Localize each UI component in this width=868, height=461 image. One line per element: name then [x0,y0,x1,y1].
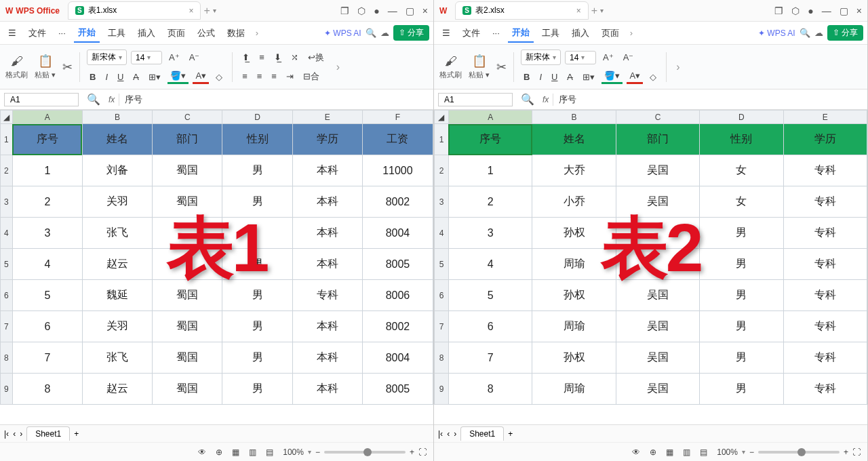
data-cell[interactable]: 周瑜 [532,374,616,405]
data-cell[interactable]: 男 [700,311,783,342]
corner-cell[interactable]: ◢ [435,111,449,124]
row-header[interactable]: 9 [1,374,13,405]
data-cell[interactable]: 本科 [292,342,362,374]
zoom-control[interactable]: 100%▾ − + ⛶ [283,447,427,457]
eye-icon[interactable]: 👁 [632,447,640,457]
data-cell[interactable]: 4 [448,249,532,280]
bold-button[interactable]: B [87,71,98,83]
data-cell[interactable]: 男 [222,342,292,374]
data-cell[interactable]: 魏延 [82,280,152,311]
data-cell[interactable]: 专科 [783,186,867,218]
fx-label[interactable]: fx [108,95,115,104]
col-header[interactable]: A [12,111,82,124]
font-grow-icon[interactable]: A⁺ [166,51,182,64]
menu-start[interactable]: 开始 [508,24,534,43]
wps-ai-button[interactable]: ✦ WPS AI [758,28,795,38]
data-cell[interactable]: 蜀国 [153,374,222,405]
data-cell[interactable]: 本科 [292,311,362,342]
data-cell[interactable]: 男 [700,342,783,374]
add-sheet-button[interactable]: + [508,429,513,439]
formula-value[interactable]: 序号 [119,94,142,106]
data-cell[interactable]: 吴国 [616,342,699,374]
data-cell[interactable]: 6 [448,311,532,342]
cube-icon[interactable]: ⬡ [357,5,366,16]
header-cell[interactable]: 姓名 [532,124,616,155]
data-cell[interactable]: 孙权 [532,342,616,374]
data-cell[interactable]: 赵云 [82,374,152,405]
data-cell[interactable]: 小乔 [532,186,616,218]
add-sheet-button[interactable]: + [74,429,79,439]
italic-button[interactable]: I [536,71,545,83]
row-header[interactable]: 4 [1,218,13,249]
corner-cell[interactable]: ◢ [1,111,13,124]
focus-icon[interactable]: ⊕ [216,447,222,457]
col-header[interactable]: E [783,111,867,124]
sheet-first-icon[interactable]: |‹ [438,429,443,439]
close-tab-icon[interactable]: × [189,6,193,16]
font-size-select[interactable]: 14▾ [131,51,162,64]
tab-list-caret[interactable]: ▾ [213,7,216,14]
zoom-control[interactable]: 100%▾ − + ⛶ [717,447,861,457]
data-cell[interactable]: 8 [12,374,82,405]
data-cell[interactable]: 蜀国 [153,280,222,311]
font-shrink-icon[interactable]: A⁻ [620,51,637,64]
data-cell[interactable]: 孙权 [532,280,616,311]
data-cell[interactable]: 蜀国 [153,342,222,374]
spreadsheet-grid[interactable]: ◢ A B C D E 1 序号 姓名 部门 性别 学历 21大乔吴国女专科32… [434,110,867,424]
view-pagebreak-icon[interactable]: ▤ [266,447,273,457]
data-cell[interactable]: 7 [12,342,82,374]
data-cell[interactable] [153,249,222,280]
wps-ai-button[interactable]: ✦ WPS AI [324,28,361,38]
row-header[interactable]: 2 [435,155,449,186]
data-cell[interactable]: 男 [700,374,783,405]
row-header[interactable]: 1 [435,124,449,155]
data-cell[interactable]: 8005 [362,249,433,280]
data-cell[interactable]: 5 [12,280,82,311]
name-box[interactable]: A1 [4,93,79,106]
row-header[interactable]: 7 [435,311,449,342]
data-cell[interactable]: 周瑜 [532,311,616,342]
data-cell[interactable]: 1 [448,155,532,186]
row-header[interactable]: 9 [435,374,449,405]
format-brush[interactable]: 🖌格式刷 [5,54,28,80]
orientation-icon[interactable]: ⤭ [288,51,301,64]
data-cell[interactable] [616,218,699,249]
data-cell[interactable]: 8004 [362,218,433,249]
header-cell[interactable]: 姓名 [82,124,152,155]
font-color-button[interactable]: A▾ [193,69,209,84]
font-color-button[interactable]: A▾ [627,69,643,84]
zoom-cell-icon[interactable]: 🔍 [87,93,100,106]
data-cell[interactable]: 8006 [362,280,433,311]
new-tab-button[interactable]: + [201,5,212,17]
zoom-slider[interactable] [324,451,406,454]
zoom-cell-icon[interactable]: 🔍 [521,93,534,106]
menu-file[interactable]: 文件 [458,24,484,42]
data-cell[interactable]: 2 [12,186,82,218]
header-cell[interactable]: 部门 [616,124,699,155]
data-cell[interactable]: 3 [12,218,82,249]
data-cell[interactable]: 5 [448,280,532,311]
formula-value[interactable]: 序号 [553,94,576,106]
data-cell[interactable]: 本科 [292,249,362,280]
row-header[interactable]: 6 [435,280,449,311]
sheet-next-icon[interactable]: › [20,429,22,439]
col-header[interactable]: C [153,111,222,124]
data-cell[interactable]: 男 [700,218,783,249]
avatar-icon[interactable]: ● [808,5,813,16]
search-icon[interactable]: 🔍 [800,28,810,38]
header-cell[interactable]: 性别 [700,124,783,155]
zoom-out-icon[interactable]: − [315,447,320,457]
file-tab[interactable]: S 表1.xlsx × [68,1,201,20]
row-header[interactable]: 3 [435,186,449,218]
clear-format-button[interactable]: ◇ [213,71,225,83]
hamburger-icon[interactable]: ☰ [438,25,454,41]
data-cell[interactable]: 专科 [783,280,867,311]
cloud-icon[interactable]: ☁ [814,28,823,38]
font-shrink-icon[interactable]: A⁻ [186,51,203,64]
row-header[interactable]: 3 [1,186,13,218]
close-icon[interactable]: × [422,5,428,16]
search-icon[interactable]: 🔍 [366,28,376,38]
view-pagebreak-icon[interactable]: ▤ [700,447,707,457]
data-cell[interactable]: 吴国 [616,311,699,342]
font-select[interactable]: 新宋体▾ [87,49,127,65]
